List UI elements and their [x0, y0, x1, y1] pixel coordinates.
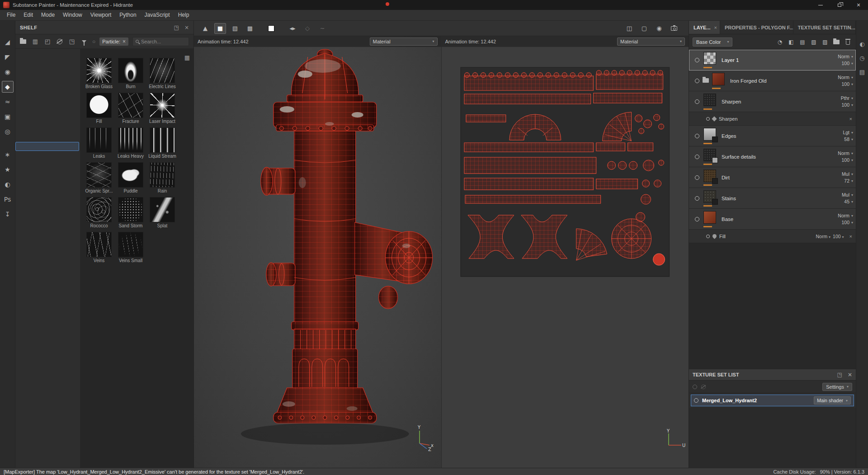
effect-visibility-toggle[interactable] [706, 235, 710, 238]
layer-visibility-toggle[interactable] [692, 134, 703, 138]
mirror-icon[interactable]: ◂▸ [287, 23, 298, 34]
lazy-mouse-icon[interactable]: ∼ [316, 23, 328, 34]
effect-blend-dropdown[interactable]: Norm ▾ [816, 234, 831, 239]
hidden-resources-icon[interactable] [56, 38, 64, 46]
undock-shelf-icon[interactable]: ◳ [174, 24, 179, 31]
add-layer-stack-icon[interactable]: ▤ [798, 38, 807, 47]
layer-row[interactable]: DirtMul▾72▾ [689, 167, 856, 188]
viewport-3d[interactable]: Animation time: 12.442 Material▾ [194, 36, 442, 468]
menu-item[interactable]: JavaScript [141, 10, 174, 20]
material-dropdown-3d[interactable]: Material▾ [370, 38, 438, 46]
shelf-category[interactable] [15, 178, 80, 187]
shelf-resource[interactable]: Laser Impact [146, 93, 178, 124]
effect-visibility-toggle[interactable] [706, 117, 710, 121]
shelf-resource[interactable]: Splat [146, 197, 178, 228]
layer-visibility-toggle[interactable] [692, 155, 703, 159]
undock-tsl-icon[interactable]: ◳ [837, 372, 842, 378]
shelf-resource[interactable]: Puddle [115, 162, 146, 193]
opacity-dropdown[interactable]: 72▾ [844, 178, 853, 183]
opacity-dropdown[interactable]: 100▾ [841, 220, 853, 225]
color-swatch[interactable] [265, 23, 277, 34]
alpha-checker-icon[interactable]: ▩ [244, 23, 256, 34]
shelf-category[interactable] [15, 115, 80, 124]
shelf-resource[interactable]: Veins [83, 232, 115, 263]
opacity-dropdown[interactable]: 100▾ [841, 157, 853, 163]
capture-camera-icon[interactable] [668, 23, 680, 34]
menu-item[interactable]: Edit [19, 10, 37, 20]
filter-status-icon[interactable]: ○ [92, 38, 95, 45]
grid-view-icon[interactable]: ▦ [184, 54, 190, 61]
blend-mode-dropdown[interactable]: Mul▾ [842, 192, 853, 198]
texture-set-item[interactable]: Merged_Low_Hydrant2 Main shader▾ [691, 395, 854, 406]
shelf-category[interactable] [15, 169, 80, 178]
shelf-category[interactable] [15, 70, 80, 79]
shelf-resource[interactable]: Electric Lines [146, 58, 178, 89]
remove-effect-button[interactable]: × [849, 116, 852, 122]
close-tab-icon[interactable]: × [714, 25, 717, 30]
blend-mode-dropdown[interactable]: Mul▾ [842, 171, 853, 177]
layer-row[interactable]: SharpenPthr▾100▾ [689, 91, 856, 112]
opacity-dropdown[interactable]: 100▾ [841, 102, 853, 108]
layer-row[interactable]: Surface detailsNorm▾100▾ [689, 146, 856, 167]
add-effect-icon[interactable]: ◔ [775, 38, 784, 47]
display-split-icon[interactable]: ◫ [623, 23, 635, 34]
close-shelf-icon[interactable]: × [184, 24, 189, 31]
toggle-all-visibility-icon[interactable] [693, 385, 697, 389]
geometry-view-icon[interactable]: ▢ [638, 23, 650, 34]
delete-layer-icon[interactable] [843, 38, 852, 47]
square-brush-icon[interactable]: ■ [214, 23, 226, 34]
bake-tool[interactable]: ◐ [2, 179, 14, 190]
texture-set-visibility-icon[interactable] [694, 398, 698, 403]
shelf-resource[interactable]: Rain [146, 162, 178, 193]
shelf-resource[interactable]: Sand Storm [115, 197, 146, 228]
filter-funnel-icon[interactable] [80, 38, 88, 46]
layer-visibility-toggle[interactable] [692, 217, 703, 221]
fill-effect-row[interactable]: FillNorm ▾100 ▾× [689, 230, 856, 243]
blend-mode-dropdown[interactable]: Norm▾ [838, 213, 853, 218]
opacity-dropdown[interactable]: 45▾ [844, 199, 853, 204]
tab-texture-set-settings[interactable]: TEXTURE SET SETTIN... [793, 21, 856, 34]
layer-visibility-toggle[interactable] [692, 175, 703, 180]
layer-row[interactable]: StainsMul▾45▾ [689, 188, 856, 209]
shelf-resource[interactable]: Rococco [83, 197, 115, 228]
channel-dropdown[interactable]: Base Color▾ [693, 38, 732, 47]
shelf-category[interactable] [15, 196, 80, 205]
shelf-resource[interactable]: Leaks Heavy [115, 127, 146, 159]
shelf-resource[interactable]: Veins Small [115, 232, 146, 263]
add-paint-layer-icon[interactable]: ▨ [821, 38, 830, 47]
import-resource-icon[interactable]: ◰ [43, 38, 52, 46]
menu-item[interactable]: Python [115, 10, 140, 20]
shelf-filter-chip[interactable]: Particle: × [99, 38, 128, 46]
layer-visibility-toggle[interactable] [692, 99, 703, 104]
menu-item[interactable]: Mode [37, 10, 59, 20]
shelf-resource[interactable]: Burn [115, 58, 146, 89]
menu-item[interactable]: Window [59, 10, 86, 20]
blend-mode-dropdown[interactable]: Norm▾ [838, 75, 853, 80]
menu-item[interactable]: Help [174, 10, 193, 20]
material-dropdown-2d[interactable]: Material▾ [617, 38, 685, 46]
shelf-resource[interactable]: Organic Spr... [83, 162, 115, 193]
blend-mode-dropdown[interactable]: Pthr▾ [841, 95, 853, 101]
polygon-fill-tool[interactable]: ◆ [2, 81, 14, 93]
remove-effect-button[interactable]: × [849, 234, 852, 239]
close-tsl-icon[interactable]: × [848, 372, 852, 378]
shelf-resource[interactable]: Fill [83, 93, 115, 124]
add-fill-layer-icon[interactable]: ▧ [809, 38, 818, 47]
layer-effect-row[interactable]: Sharpen× [689, 112, 856, 126]
navigation-gizmo-2d[interactable]: Y U [662, 429, 686, 450]
layer-row[interactable]: Iron Forged OldNorm▾100▾ [689, 71, 856, 91]
display-settings-icon[interactable]: ◐ [859, 41, 864, 47]
effects-tool[interactable]: ★ [2, 164, 14, 175]
shelf-resource[interactable]: Fracture [115, 93, 146, 124]
shelf-category[interactable] [15, 88, 80, 97]
smudge-tool[interactable]: ≈ [2, 96, 14, 108]
menu-item[interactable]: Viewport [86, 10, 115, 20]
shelf-resource[interactable]: Broken Glass [83, 58, 115, 89]
history-icon[interactable]: ◷ [859, 55, 864, 61]
particles-tool[interactable]: ∗ [2, 149, 14, 160]
paint-tool[interactable]: ◢ [2, 36, 14, 48]
shelf-resource[interactable]: Leaks [83, 127, 115, 159]
clone-tool[interactable]: ▣ [2, 111, 14, 122]
effect-opacity-dropdown[interactable]: 100 ▾ [833, 234, 844, 239]
export-tool[interactable]: ↧ [2, 208, 14, 220]
